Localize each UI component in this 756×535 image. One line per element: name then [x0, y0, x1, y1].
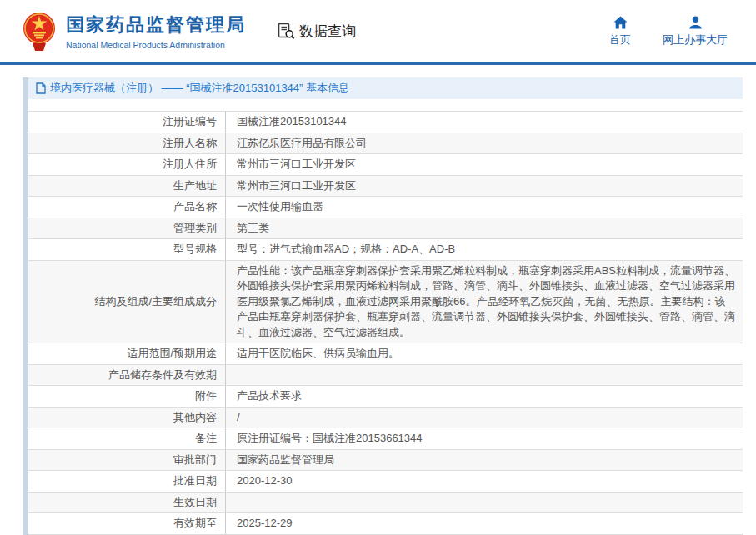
row-value: 江苏亿乐医疗用品有限公司 — [225, 133, 743, 154]
nav-item-service-hall[interactable]: 网上办事大厅 — [663, 16, 728, 48]
row-label: 管理类别 — [28, 218, 225, 239]
nmpa-logo: 国家药品监督管理局 National Medical Products Admi… — [23, 9, 246, 54]
row-label: 型号规格 — [28, 239, 225, 260]
table-row: 生产地址 常州市三河口工业开发区 — [28, 176, 743, 198]
content-area: 境内医疗器械（注册） —— “国械注准20153101344” 基本信息 注册证… — [23, 78, 743, 535]
user-icon — [688, 16, 703, 29]
nav-home-label: 首页 — [609, 32, 631, 48]
row-value: 2025-12-29 — [225, 513, 743, 534]
row-value: 常州市三河口工业开发区 — [225, 154, 743, 175]
data-query-section[interactable]: 数据查询 — [278, 22, 356, 41]
table-row: 有效期至 2025-12-29 — [28, 513, 743, 535]
data-query-label: 数据查询 — [299, 22, 356, 41]
table-row-structure: 结构及组成/主要组成成分 产品性能：该产品瓶塞穿刺器保护套采用聚乙烯粒料制成，瓶… — [28, 261, 743, 344]
table-row: 注册人名称 江苏亿乐医疗用品有限公司 — [28, 133, 743, 155]
table-row: 其他内容 / — [28, 408, 743, 429]
row-value: 2020-12-30 — [225, 471, 743, 492]
table-row: 注册证编号 国械注准20153101344 — [28, 112, 743, 133]
row-value: 国械注准20153101344 — [225, 112, 743, 132]
row-value — [225, 365, 743, 386]
row-value: 原注册证编号：国械注准20153661344 — [225, 428, 743, 449]
org-name-cn: 国家药品监督管理局 — [66, 12, 246, 38]
row-label: 其他内容 — [28, 408, 225, 428]
table-row: 审批部门 国家药品监督管理局 — [28, 450, 743, 472]
row-label: 有效期至 — [28, 513, 225, 534]
breadcrumb: 境内医疗器械（注册） —— “国械注准20153101344” 基本信息 — [28, 78, 743, 99]
table-row: 管理类别 第三类 — [28, 218, 743, 240]
home-icon — [613, 16, 628, 29]
row-value: 适用于医院临床、供病员输血用。 — [225, 343, 743, 364]
row-label: 适用范围/预期用途 — [28, 343, 225, 364]
table-row: 批准日期 2020-12-30 — [28, 471, 743, 492]
row-value: 国家药品监督管理局 — [225, 450, 743, 471]
table-row: 型号规格 型号：进气式输血器AD；规格：AD-A、AD-B — [28, 239, 743, 261]
document-magnifier-icon — [278, 22, 295, 40]
row-label: 审批部门 — [28, 450, 225, 471]
nav-service-hall-label: 网上办事大厅 — [663, 32, 728, 48]
nav-item-home[interactable]: 首页 — [609, 16, 631, 48]
row-label: 生效日期 — [28, 492, 225, 513]
table-row: 产品名称 一次性使用输血器 — [28, 197, 743, 218]
row-label: 注册人住所 — [28, 154, 225, 175]
national-emblem-icon — [23, 9, 56, 54]
row-label: 结构及组成/主要组成成分 — [28, 261, 225, 343]
row-label: 生产地址 — [28, 176, 225, 197]
structure-text: 产品性能：该产品瓶塞穿刺器保护套采用聚乙烯粒料制成，瓶塞穿刺器采用ABS粒料制成… — [237, 263, 736, 341]
table-row: 生效日期 — [28, 492, 743, 514]
row-value: 常州市三河口工业开发区 — [225, 176, 743, 197]
row-value: 第三类 — [225, 218, 743, 239]
table-row: 产品储存条件及有效期 — [28, 365, 743, 387]
page-header: 国家药品监督管理局 National Medical Products Admi… — [0, 0, 756, 65]
table-row: 注册人住所 常州市三河口工业开发区 — [28, 154, 743, 176]
row-label: 产品名称 — [28, 197, 225, 218]
table-row: 适用范围/预期用途 适用于医院临床、供病员输血用。 — [28, 343, 743, 365]
document-icon — [36, 82, 46, 94]
row-label: 产品储存条件及有效期 — [28, 365, 225, 386]
row-value: 产品性能：该产品瓶塞穿刺器保护套采用聚乙烯粒料制成，瓶塞穿刺器采用ABS粒料制成… — [225, 261, 743, 343]
row-label: 注册人名称 — [28, 133, 225, 154]
row-value: / — [225, 408, 743, 428]
row-label: 附件 — [28, 386, 225, 407]
table-row: 附件 产品技术要求 — [28, 386, 743, 408]
breadcrumb-text: 境内医疗器械（注册） —— “国械注准20153101344” 基本信息 — [50, 81, 349, 96]
row-label: 批准日期 — [28, 471, 225, 492]
registration-info-table: 注册证编号 国械注准20153101344 注册人名称 江苏亿乐医疗用品有限公司… — [28, 111, 743, 535]
row-value: 一次性使用输血器 — [225, 197, 743, 218]
row-value: 型号：进气式输血器AD；规格：AD-A、AD-B — [225, 239, 743, 260]
row-label: 备注 — [28, 428, 225, 449]
row-value: 产品技术要求 — [225, 386, 743, 407]
row-value — [225, 492, 743, 513]
org-names: 国家药品监督管理局 National Medical Products Admi… — [66, 12, 246, 50]
org-name-en: National Medical Products Administration — [66, 40, 246, 50]
top-nav: 首页 网上办事大厅 — [609, 16, 738, 48]
table-row: 备注 原注册证编号：国械注准20153661344 — [28, 428, 743, 450]
row-label: 注册证编号 — [28, 112, 225, 132]
